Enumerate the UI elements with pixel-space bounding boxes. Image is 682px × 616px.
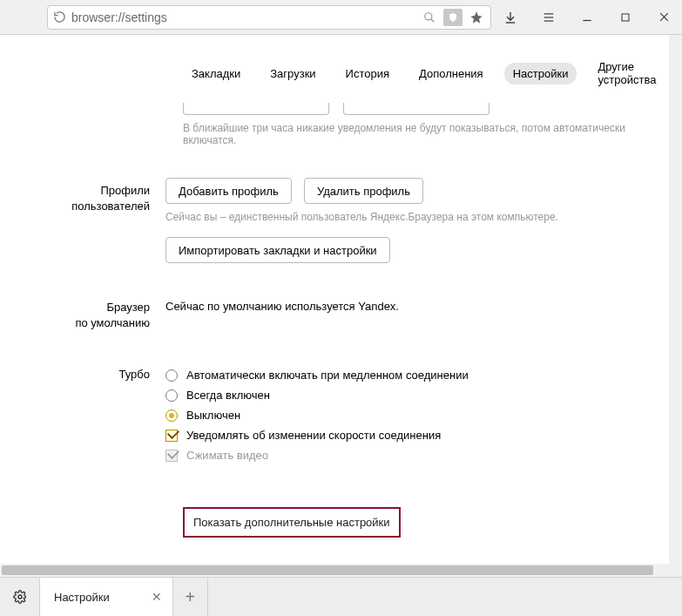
section-label-text: Профили	[0, 183, 150, 199]
remove-profile-button[interactable]: Удалить профиль	[304, 178, 423, 204]
tab-close-icon[interactable]: ✕	[152, 590, 162, 604]
option-label: Всегда включен	[186, 389, 270, 402]
gear-icon[interactable]	[0, 578, 40, 616]
nav-settings[interactable]: Настройки	[504, 63, 577, 85]
reload-icon[interactable]	[53, 10, 66, 24]
profiles-hint: Сейчас вы – единственный пользователь Ян…	[165, 211, 652, 223]
radio-icon	[165, 369, 178, 382]
section-label-text: по умолчанию	[0, 315, 150, 331]
turbo-compress-checkbox: Сжимать видео	[165, 449, 652, 462]
settings-nav: Закладки Загрузки История Дополнения Нас…	[183, 35, 669, 103]
new-tab-button[interactable]: +	[173, 578, 208, 616]
page-viewport: Закладки Загрузки История Дополнения Нас…	[0, 35, 682, 577]
checkbox-icon	[165, 450, 178, 462]
window-controls	[491, 0, 682, 35]
nav-history[interactable]: История	[337, 63, 398, 85]
star-icon[interactable]	[468, 9, 485, 26]
browser-tab-title: Настройки	[54, 591, 110, 604]
vertical-scrollbar[interactable]	[669, 35, 682, 577]
radio-icon	[165, 389, 178, 402]
section-profiles: Профили пользователей Добавить профиль У…	[0, 178, 669, 263]
minimize-icon[interactable]	[568, 0, 606, 35]
truncated-button-1[interactable]	[183, 103, 329, 115]
notifications-hint: В ближайшие три часа никакие уведомления…	[183, 122, 669, 146]
menu-icon[interactable]	[530, 0, 568, 35]
default-browser-text: Сейчас по умолчанию используется Yandex.	[165, 300, 399, 313]
settings-page: Закладки Загрузки История Дополнения Нас…	[0, 35, 669, 564]
show-advanced-settings-link[interactable]: Показать дополнительные настройки	[183, 507, 401, 538]
shield-icon[interactable]	[443, 9, 463, 26]
maximize-icon[interactable]	[606, 0, 645, 35]
address-bar[interactable]	[47, 5, 491, 30]
svg-point-11	[18, 595, 22, 599]
turbo-notify-checkbox[interactable]: Уведомлять об изменении скорости соедине…	[165, 429, 652, 442]
checkbox-icon	[165, 430, 178, 442]
horizontal-scrollbar[interactable]	[0, 564, 669, 577]
address-input[interactable]	[66, 10, 421, 24]
section-turbo: Турбо Автоматически включать при медленн…	[0, 362, 669, 469]
browser-tab-settings[interactable]: Настройки ✕	[40, 578, 173, 616]
section-label-text: Турбо	[0, 367, 150, 382]
add-profile-button[interactable]: Добавить профиль	[165, 178, 292, 204]
option-label: Выключен	[186, 409, 240, 422]
svg-point-0	[425, 12, 432, 19]
browser-tab-strip: Настройки ✕ +	[0, 577, 682, 616]
import-button[interactable]: Импортировать закладки и настройки	[165, 237, 390, 263]
nav-other-devices[interactable]: Другие устройства	[589, 56, 665, 91]
section-label-text: пользователей	[0, 199, 150, 214]
section-label-text: Браузер	[0, 300, 150, 315]
turbo-option-off[interactable]: Выключен	[165, 409, 652, 422]
turbo-option-on[interactable]: Всегда включен	[165, 389, 652, 402]
option-label: Уведомлять об изменении скорости соедине…	[186, 429, 441, 442]
nav-downloads[interactable]: Загрузки	[261, 63, 324, 85]
truncated-buttons	[183, 103, 669, 115]
radio-icon	[165, 410, 178, 422]
search-icon[interactable]	[421, 9, 438, 26]
browser-chrome-bar	[0, 0, 682, 35]
nav-bookmarks[interactable]: Закладки	[183, 63, 249, 85]
section-default-browser-label: Браузер по умолчанию	[0, 294, 165, 330]
address-bar-right	[421, 9, 485, 26]
section-profiles-label: Профили пользователей	[0, 178, 165, 263]
svg-line-1	[431, 18, 435, 22]
svg-rect-8	[622, 14, 629, 21]
section-turbo-label: Турбо	[0, 362, 165, 469]
truncated-button-2[interactable]	[343, 103, 490, 115]
nav-addons[interactable]: Дополнения	[410, 63, 492, 85]
close-icon[interactable]	[645, 0, 682, 35]
section-default-browser: Браузер по умолчанию Сейчас по умолчанию…	[0, 294, 669, 330]
turbo-option-auto[interactable]: Автоматически включать при медленном сое…	[165, 369, 652, 382]
option-label: Автоматически включать при медленном сое…	[186, 369, 469, 382]
downloads-icon[interactable]	[491, 0, 530, 35]
option-label: Сжимать видео	[186, 449, 268, 462]
